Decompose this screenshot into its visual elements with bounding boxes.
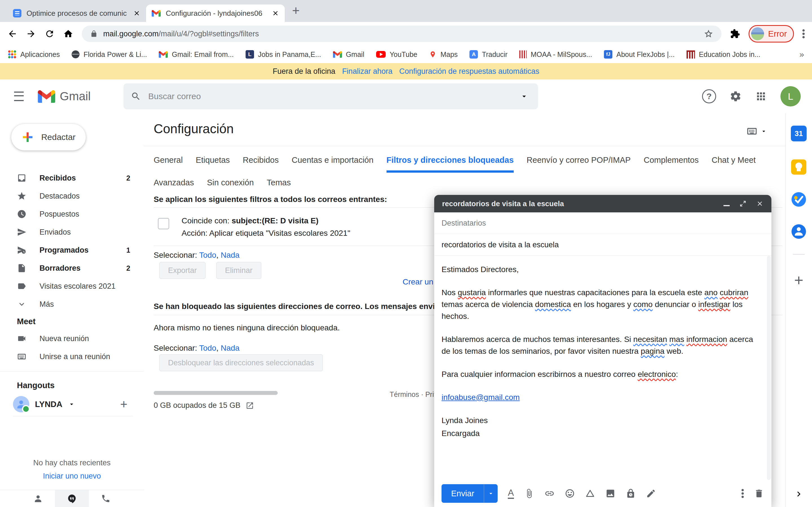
insert-from-drive-icon[interactable] <box>585 489 595 499</box>
body-email-link[interactable]: infoabuse@gmail.com <box>442 392 760 403</box>
google-apps-grid-icon[interactable] <box>755 91 767 102</box>
bookmark-education-jobs[interactable]: Education Jobs in... <box>687 50 760 59</box>
calendar-icon[interactable]: 31 <box>791 126 807 142</box>
browser-tab-docs[interactable]: Optimice procesos de comunic <box>7 4 146 22</box>
browser-menu-icon[interactable] <box>802 29 805 39</box>
sidebar-item-visitas-escolares[interactable]: Visitas escolares 2021 <box>0 277 144 295</box>
contacts-tab[interactable] <box>21 490 55 507</box>
settings-gear-icon[interactable] <box>730 91 742 102</box>
forward-icon[interactable] <box>26 29 36 39</box>
tab-cuentas[interactable]: Cuentas e importación <box>292 156 373 173</box>
delete-button[interactable]: Eliminar <box>216 262 261 279</box>
pop-out-icon[interactable] <box>739 200 747 207</box>
add-addon-plus-button[interactable]: + <box>794 271 804 289</box>
tasks-icon[interactable] <box>791 191 807 207</box>
close-tab-icon[interactable] <box>133 10 140 17</box>
unblock-button[interactable]: Desbloquear las direcciones seleccionada… <box>159 354 323 371</box>
terms-footer-text[interactable]: Términos · Priv <box>390 390 437 399</box>
send-options-caret[interactable] <box>484 484 498 503</box>
compose-body[interactable]: Estimados Directores, Nos gustaria infor… <box>434 256 771 480</box>
insert-signature-icon[interactable] <box>646 489 656 499</box>
bookmark-apps[interactable]: Aplicaciones <box>8 50 60 59</box>
bookmark-florida-power[interactable]: Florida Power & Li... <box>71 50 147 59</box>
search-icon[interactable] <box>131 91 141 101</box>
search-input[interactable]: Buscar correo <box>148 92 201 101</box>
start-new-chat-link[interactable]: Iniciar uno nuevo <box>0 472 144 481</box>
compose-header[interactable]: recordatorios de visita a la escuela <box>434 195 771 212</box>
select-none-link[interactable]: Nada <box>221 251 240 260</box>
bookmark-gmail-email[interactable]: Gmail: Email from... <box>159 50 234 59</box>
sidebar-item-mas[interactable]: Más <box>0 295 144 313</box>
sidebar-item-programados[interactable]: Programados1 <box>0 241 144 259</box>
tab-sin-conexion[interactable]: Sin conexión <box>207 178 254 193</box>
insert-link-icon[interactable] <box>545 489 555 499</box>
bookmark-star-icon[interactable] <box>704 29 713 38</box>
extensions-puzzle-icon[interactable] <box>730 29 740 39</box>
browser-tab-gmail-settings[interactable]: Configuración - lyndajoines06 <box>146 4 285 22</box>
bookmark-gmail[interactable]: Gmail <box>333 50 364 59</box>
search-bar[interactable]: Buscar correo <box>123 83 538 109</box>
contacts-icon[interactable] <box>791 224 807 239</box>
compose-button[interactable]: Redactar <box>11 124 86 151</box>
auto-reply-settings-link[interactable]: Configuración de respuestas automáticas <box>399 67 539 76</box>
insert-emoji-icon[interactable] <box>565 489 575 499</box>
profile-error-badge[interactable]: Error <box>749 25 794 43</box>
main-menu-icon[interactable] <box>14 92 24 101</box>
sidebar-item-recibidos[interactable]: Recibidos2 <box>0 169 144 187</box>
create-filter-link[interactable]: Crear un <box>403 277 434 286</box>
keep-icon[interactable] <box>791 159 806 175</box>
send-button[interactable]: Enviar <box>442 484 484 503</box>
filter-checkbox[interactable] <box>158 218 169 229</box>
tab-complementos[interactable]: Complementos <box>644 156 699 173</box>
tab-etiquetas[interactable]: Etiquetas <box>196 156 230 173</box>
tab-temas[interactable]: Temas <box>267 178 291 193</box>
account-avatar[interactable]: L <box>780 86 801 107</box>
tab-avanzadas[interactable]: Avanzadas <box>154 178 194 193</box>
new-tab-button[interactable]: + <box>292 3 300 18</box>
new-meeting-item[interactable]: Nueva reunión <box>0 330 144 348</box>
reload-icon[interactable] <box>45 29 55 39</box>
insert-photo-icon[interactable] <box>605 489 615 499</box>
tab-filtros[interactable]: Filtros y direcciones bloqueadas <box>387 156 514 173</box>
sidebar-item-borradores[interactable]: Borradores2 <box>0 259 144 277</box>
chevron-down-icon[interactable] <box>68 400 75 408</box>
bookmark-traducir[interactable]: ATraducir <box>469 50 507 59</box>
bookmark-moaa[interactable]: MOAA - MilSpous... <box>519 50 592 59</box>
help-icon[interactable]: ? <box>702 89 716 103</box>
sidebar-item-enviados[interactable]: Enviados <box>0 223 144 241</box>
bookmarks-overflow-chevron[interactable]: » <box>799 50 804 59</box>
export-button[interactable]: Exportar <box>159 262 206 279</box>
sidebar-item-pospuestos[interactable]: Pospuestos <box>0 205 144 223</box>
bookmark-flexjobs[interactable]: fJAbout FlexJobs |... <box>604 50 675 59</box>
confidential-mode-icon[interactable] <box>626 489 636 499</box>
sidebar-item-destacados[interactable]: Destacados <box>0 187 144 205</box>
recipients-field[interactable]: Destinatarios <box>434 212 771 234</box>
attach-file-icon[interactable] <box>524 489 534 499</box>
calls-tab[interactable] <box>89 490 123 507</box>
back-icon[interactable] <box>7 29 17 39</box>
bookmark-maps[interactable]: Maps <box>429 50 458 59</box>
compose-scrollbar[interactable] <box>767 256 771 480</box>
horizontal-scrollbar[interactable] <box>154 391 278 395</box>
search-options-caret-icon[interactable] <box>520 92 528 101</box>
tab-general[interactable]: General <box>154 156 183 173</box>
subject-field[interactable]: recordatorios de visita a la escuela <box>434 234 771 256</box>
address-bar[interactable]: mail.google.com/mail/u/4/?ogbl#settings/… <box>82 25 721 42</box>
tab-recibidos[interactable]: Recibidos <box>243 156 278 173</box>
end-now-link[interactable]: Finalizar ahora <box>342 67 393 76</box>
hangouts-tab[interactable] <box>55 490 89 507</box>
select-none-link[interactable]: Nada <box>221 344 240 352</box>
select-all-link[interactable]: Todo <box>199 251 216 260</box>
new-chat-plus-button[interactable]: + <box>120 397 128 411</box>
home-icon[interactable] <box>63 29 73 39</box>
tab-chat-meet[interactable]: Chat y Meet <box>712 156 756 173</box>
close-icon[interactable] <box>756 200 763 207</box>
input-method-tool[interactable] <box>746 126 767 137</box>
bookmark-jobs-panama[interactable]: LJobs in Panama,E... <box>246 50 321 59</box>
hangouts-user-row[interactable]: LYNDA + <box>0 393 144 415</box>
join-meeting-item[interactable]: Unirse a una reunión <box>0 348 144 365</box>
more-options-icon[interactable] <box>742 489 744 498</box>
collapse-panel-chevron-icon[interactable] <box>794 489 804 499</box>
discard-draft-trash-icon[interactable] <box>754 489 764 499</box>
formatting-options-icon[interactable]: A <box>508 488 514 499</box>
